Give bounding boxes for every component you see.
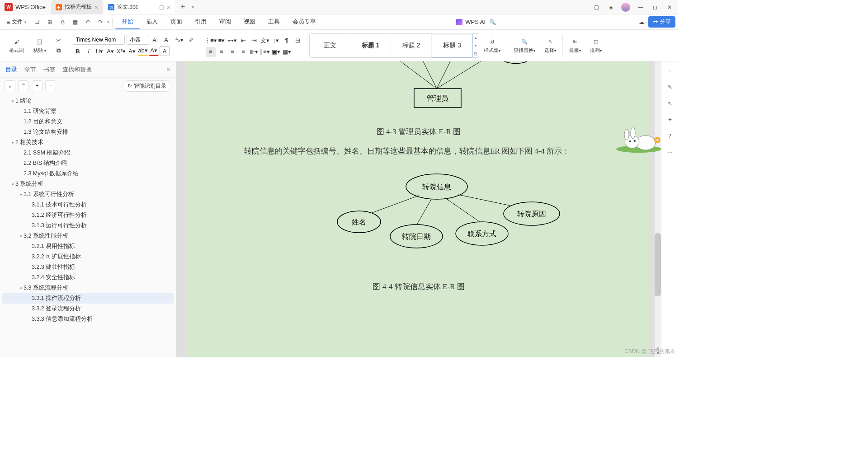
distribute-icon[interactable]: ⊪▾	[249, 47, 259, 57]
line-spacing-icon[interactable]: ‖≡▾	[260, 47, 270, 57]
smart-outline-button[interactable]: ↻ 智能识别目录	[123, 80, 171, 92]
user-avatar[interactable]	[621, 3, 630, 12]
menu-tab-审阅[interactable]: 审阅	[213, 15, 237, 29]
style-heading3[interactable]: 标题 3	[432, 34, 472, 57]
cube3d-icon[interactable]: ◈	[607, 3, 615, 11]
sort-icon[interactable]: ↕▾	[271, 36, 281, 46]
close-icon[interactable]: ×	[94, 4, 98, 11]
new-tab-button[interactable]: +	[176, 2, 190, 12]
dropdown-icon[interactable]: ▾	[192, 5, 194, 9]
find-replace-button[interactable]: 🔍 查找替换▾	[512, 37, 537, 55]
cursor-icon[interactable]: ↖	[665, 98, 675, 108]
more-icon[interactable]: ⋯	[665, 147, 675, 157]
menu-tab-引用[interactable]: 引用	[189, 15, 213, 29]
sidebar-close-icon[interactable]: ×	[166, 66, 170, 74]
remove-button[interactable]: −	[45, 80, 56, 91]
strikethrough-button[interactable]: A▾	[105, 46, 115, 56]
tab-document[interactable]: W 论文.doc ▢ ×	[104, 0, 175, 14]
shading-icon[interactable]: ▣▾	[271, 47, 281, 57]
outline-item[interactable]: 3.2.4 安全性指标	[2, 272, 174, 283]
styles-more-icon[interactable]: ⊟	[472, 50, 479, 58]
minus-icon[interactable]: −	[665, 66, 675, 76]
align-center-icon[interactable]: ≡	[217, 47, 226, 57]
outline-item[interactable]: 3.1.1 技术可行性分析	[2, 200, 174, 210]
cube-icon[interactable]: ▢	[592, 3, 600, 11]
pilcrow-icon[interactable]: ¶	[282, 36, 292, 46]
sidebar-tab-chapter[interactable]: 章节	[24, 66, 36, 74]
numbering-icon[interactable]: ≡▾	[217, 36, 226, 46]
italic-button[interactable]: I	[84, 46, 94, 56]
print-icon[interactable]: ⎙	[57, 16, 68, 28]
sidebar-tab-findreplace[interactable]: 查找和替换	[62, 66, 92, 74]
tab-template[interactable]: ◆ 找稻壳模板 ×	[51, 0, 103, 14]
font-color-button[interactable]: A▾	[149, 46, 159, 56]
outline-item[interactable]: 3.2.3 健壮性指标	[2, 262, 174, 272]
file-menu[interactable]: ≡ 文件 ▾	[3, 16, 30, 28]
outline-item[interactable]: ▾3.3 系统流程分析	[2, 283, 174, 293]
style-body[interactable]: 正文	[310, 34, 350, 57]
outline-item[interactable]: 3.1.3 运行可行性分析	[2, 220, 174, 231]
bullets-icon[interactable]: ⋮≡▾	[206, 36, 216, 46]
outline-item[interactable]: 3.3.1 操作流程分析	[2, 293, 174, 304]
share-button[interactable]: ⮫ 分享	[648, 16, 675, 28]
menu-tab-插入[interactable]: 插入	[140, 15, 164, 29]
highlight-button[interactable]: ab▾	[138, 46, 148, 56]
decrease-font-icon[interactable]: A⁻	[163, 35, 173, 45]
align-justify-icon[interactable]: ≡	[238, 47, 248, 57]
increase-font-icon[interactable]: A⁺	[151, 35, 161, 45]
outline-item[interactable]: 1.3 论文结构安排	[2, 127, 174, 137]
outline-item[interactable]: ▾3.1 系统可行性分析	[2, 189, 174, 200]
indent-left-icon[interactable]: ⇤	[238, 36, 248, 46]
outline-item[interactable]: 2.2 B/S 结构介绍	[2, 158, 174, 168]
redo-icon[interactable]: ↷	[94, 16, 106, 28]
outline-item[interactable]: 3.1.2 经济可行性分析	[2, 210, 174, 220]
styles-set-button[interactable]: Ꭿ 样式集▾	[482, 37, 502, 55]
save-icon[interactable]: 🖫	[31, 16, 43, 28]
show-marks-icon[interactable]: ⊟	[292, 36, 302, 46]
style-heading1[interactable]: 标题 1	[350, 34, 391, 57]
menu-tab-视图[interactable]: 视图	[237, 15, 262, 29]
cut-icon[interactable]: ✂	[53, 36, 63, 46]
multilevel-icon[interactable]: ⊶▾	[227, 36, 237, 46]
minimize-icon[interactable]: —	[637, 3, 645, 11]
bold-button[interactable]: B	[73, 46, 83, 56]
align-left-icon[interactable]: ≡	[206, 47, 216, 57]
undo-icon[interactable]: ↶	[82, 16, 94, 28]
underline-button[interactable]: U▾	[94, 46, 104, 56]
outline-item[interactable]: 3.2.2 可扩展性指标	[2, 252, 174, 262]
close-window-icon[interactable]: ✕	[665, 3, 674, 11]
case-icon[interactable]: ᴬₐ▾	[175, 35, 184, 45]
phonetic-icon[interactable]: 文▾	[260, 36, 270, 46]
outline-item[interactable]: ▾3.2 系统性能分析	[2, 231, 174, 241]
maximize-icon[interactable]: ◻	[651, 3, 659, 11]
arrange-button[interactable]: ◫ 排列▾	[588, 37, 604, 55]
outline-item[interactable]: ▾1 绪论	[2, 96, 174, 106]
pen-icon[interactable]: ✎	[665, 82, 675, 92]
document-area[interactable]: 管理员 图 4-3 管理员实体 E-R 图 转院信息的关键字包括编号、姓名、日期…	[176, 61, 661, 357]
outline-item[interactable]: ▾2 相关技术	[2, 137, 174, 148]
outline-item[interactable]: 3.2.1 易用性指标	[2, 241, 174, 252]
styles-down-icon[interactable]: ▾	[472, 42, 479, 50]
new-icon[interactable]: ⊞	[44, 16, 56, 28]
menu-tab-会员专享[interactable]: 会员专享	[286, 15, 322, 29]
settings-icon[interactable]: ✦	[665, 115, 675, 125]
collapse-all-button[interactable]: ⌄	[5, 80, 15, 91]
scrollbar[interactable]: ▾●	[655, 61, 661, 357]
indent-right-icon[interactable]: ⇥	[249, 36, 259, 46]
preview-icon[interactable]: ▦	[69, 16, 81, 28]
sidebar-tab-bookmark[interactable]: 书签	[43, 66, 55, 74]
copy-icon[interactable]: ⧉	[53, 46, 63, 56]
clear-format-icon[interactable]: ✐	[186, 35, 196, 45]
select-button[interactable]: ↖ 选择▾	[542, 37, 558, 55]
outline-item[interactable]: 3.3.3 信息添加流程分析	[2, 314, 174, 324]
text-effect-button[interactable]: A▾	[127, 46, 137, 56]
char-border-button[interactable]: A	[160, 46, 170, 56]
outline-item[interactable]: 2.1 SSM 框架介绍	[2, 148, 174, 158]
wps-ai-button[interactable]: WPS AI	[456, 19, 486, 25]
search-icon[interactable]: 🔍	[486, 16, 498, 28]
menu-tab-工具[interactable]: 工具	[262, 15, 286, 29]
outline-item[interactable]: 1.1 研究背景	[2, 106, 174, 117]
outline-item[interactable]: 3.3.2 登录流程分析	[2, 304, 174, 314]
help-icon[interactable]: ?	[665, 131, 675, 141]
cloud-icon[interactable]: ☁	[636, 16, 647, 28]
